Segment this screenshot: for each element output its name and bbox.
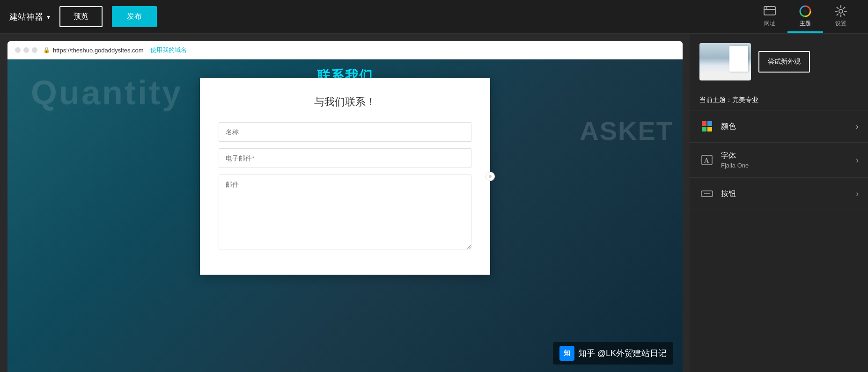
preview-button[interactable]: 预览 xyxy=(59,6,103,27)
right-panel: 尝试新外观 当前主题：完美专业 颜色 › xyxy=(690,34,868,372)
message-field xyxy=(219,175,471,251)
brand-button[interactable]: 建站神器 ▾ xyxy=(9,11,50,22)
tab-settings[interactable]: 设置 xyxy=(823,1,859,33)
browser-dot-3 xyxy=(32,47,37,53)
browser-dots xyxy=(15,47,37,53)
current-theme-prefix: 当前主题： xyxy=(699,96,732,103)
font-icon: A xyxy=(700,153,714,167)
email-field xyxy=(219,148,471,168)
color-cell-blue xyxy=(707,121,712,126)
url-text: https://theshuo.godaddysites.com xyxy=(53,47,144,54)
current-theme-label: 当前主题：完美专业 xyxy=(690,90,868,110)
button-section-icon xyxy=(699,186,714,201)
tab-theme-label: 主题 xyxy=(800,20,811,28)
tab-website[interactable]: 网址 xyxy=(752,1,787,33)
theme-thumbnail xyxy=(699,43,751,80)
svg-text:A: A xyxy=(704,157,709,164)
panel-section-font[interactable]: A 字体 Fjalla One › xyxy=(690,143,868,178)
name-field xyxy=(219,122,471,142)
button-icon xyxy=(700,187,714,200)
color-section-chevron: › xyxy=(856,122,859,131)
color-section-content: 颜色 xyxy=(721,122,849,131)
tab-theme[interactable]: 主题 xyxy=(787,1,823,33)
tab-settings-label: 设置 xyxy=(835,20,846,28)
svg-rect-0 xyxy=(764,7,775,15)
font-section-chevron: › xyxy=(856,155,859,165)
browser-dot-1 xyxy=(15,47,21,53)
browser-chrome: 🔒 https://theshuo.godaddysites.com 使用我的域… xyxy=(7,41,683,59)
color-cell-red xyxy=(702,121,706,126)
button-section-content: 按钮 xyxy=(721,189,849,199)
main-area: 🔒 https://theshuo.godaddysites.com 使用我的域… xyxy=(0,34,868,372)
brand-label: 建站神器 xyxy=(9,11,43,22)
topbar: 建站神器 ▾ 预览 发布 网址 主题 xyxy=(0,0,868,34)
color-section-title: 颜色 xyxy=(721,122,849,131)
zhihu-watermark: 知 知乎 @LK外贸建站日记 xyxy=(553,342,673,365)
svg-point-5 xyxy=(839,9,843,13)
email-input[interactable] xyxy=(219,148,471,168)
try-new-look-button[interactable]: 尝试新外观 xyxy=(758,51,810,73)
topbar-right: 网址 主题 设置 xyxy=(752,1,859,33)
bg-asket-text: ASKET xyxy=(580,116,673,146)
drag-handle[interactable] xyxy=(485,172,495,181)
preview-area: 🔒 https://theshuo.godaddysites.com 使用我的域… xyxy=(0,34,690,372)
theme-preview-section: 尝试新外观 xyxy=(690,34,868,90)
settings-icon xyxy=(834,5,847,18)
browser-dot-2 xyxy=(23,47,29,53)
font-section-subtitle: Fjalla One xyxy=(721,162,849,169)
name-input[interactable] xyxy=(219,122,471,142)
panel-section-button[interactable]: 按钮 › xyxy=(690,178,868,210)
tab-website-label: 网址 xyxy=(764,20,775,28)
color-grid xyxy=(702,121,712,131)
color-section-icon xyxy=(699,119,714,134)
website-icon xyxy=(763,5,776,18)
button-section-chevron: › xyxy=(856,189,859,199)
font-section-icon: A xyxy=(699,153,714,168)
bg-overlay: Quantity ASKET 联系我们 与我们联系！ xyxy=(7,59,683,372)
svg-point-4 xyxy=(803,9,807,13)
publish-button[interactable]: 发布 xyxy=(112,6,157,27)
lock-icon: 🔒 xyxy=(43,47,50,53)
message-textarea[interactable] xyxy=(219,175,471,249)
topbar-left: 建站神器 ▾ 预览 发布 xyxy=(9,6,157,27)
drag-dot xyxy=(489,175,492,178)
contact-form-container: 与我们联系！ xyxy=(200,78,490,275)
current-theme-name: 完美专业 xyxy=(732,96,758,103)
use-domain-link[interactable]: 使用我的域名 xyxy=(150,46,187,54)
zhihu-icon: 知 xyxy=(559,346,574,361)
button-section-title: 按钮 xyxy=(721,189,849,199)
watermark-text: 知乎 @LK外贸建站日记 xyxy=(578,348,667,359)
panel-section-color[interactable]: 颜色 › xyxy=(690,110,868,143)
website-content: Quantity ASKET 联系我们 与我们联系！ xyxy=(7,59,683,372)
color-cell-yellow xyxy=(707,127,712,131)
font-section-content: 字体 Fjalla One xyxy=(721,151,849,169)
brand-chevron-icon: ▾ xyxy=(47,13,50,21)
browser-url-bar: 🔒 https://theshuo.godaddysites.com 使用我的域… xyxy=(43,46,675,54)
contact-form-title: 与我们联系！ xyxy=(219,95,471,109)
font-section-title: 字体 xyxy=(721,151,849,161)
theme-thumbnail-page xyxy=(729,46,748,72)
color-cell-green xyxy=(702,127,706,131)
theme-icon xyxy=(799,5,812,18)
